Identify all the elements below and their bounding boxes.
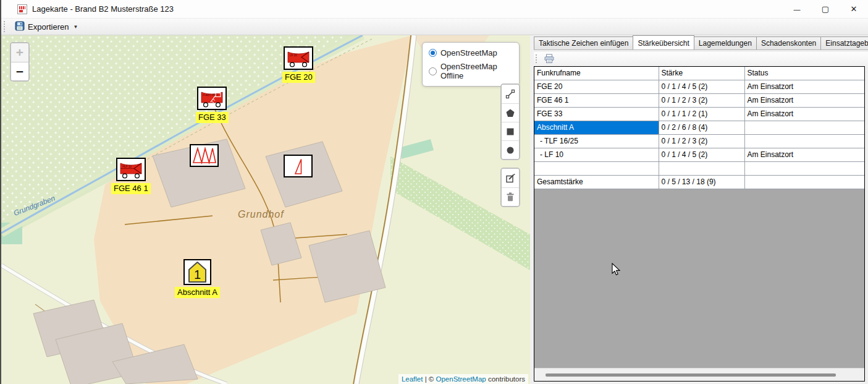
table-row[interactable]: FGE 46 1 0 / 1 / 2 / 3 (2) Am Einsatzort [534,93,864,107]
draw-toolbar [500,83,520,160]
save-icon [15,21,25,33]
map[interactable]: Grundhof Grundgraben LF 20 FGE 20 [1,35,530,384]
circle-icon [505,145,515,155]
fire-engine-icon: HLF 10 [116,158,146,181]
zoom-out-button[interactable]: − [11,62,28,80]
ladder-truck-icon: DLA(K) 23/12 [197,87,227,110]
map-zoom-control: + − [10,42,30,82]
export-label: Exportieren [28,22,69,32]
print-button[interactable] [542,53,557,65]
table-row-selected[interactable]: Abschnitt A 0 / 2 / 6 / 8 (4) [534,121,864,134]
printer-icon [544,54,555,64]
marker-label: FGE 20 [282,72,315,83]
marker-fge-33[interactable]: DLA(K) 23/12 FGE 33 [196,87,229,123]
main-toolbar: Exportieren ▼ [1,19,868,35]
toolbar-grip [4,21,7,32]
trash-icon [505,192,515,202]
leaflet-link[interactable]: Leaflet [402,375,423,383]
minimize-button[interactable]: — [783,0,811,18]
edit-toolbar [500,168,520,207]
marker-fge-46-1[interactable]: HLF 10 FGE 46 1 [111,158,151,194]
app-icon [17,4,27,14]
draw-circle-button[interactable] [502,140,519,159]
marker-fge-20[interactable]: LF 20 FGE 20 [282,46,315,83]
toolbar-grip [536,54,539,63]
marker-abschnitt-a[interactable]: 1 Abschnitt A [175,259,220,298]
polyline-icon [505,89,515,99]
table-row[interactable]: FGE 20 0 / 1 / 4 / 5 (2) Am Einsatzort [534,80,864,93]
section-icon: 1 [183,259,211,285]
polygon-icon [505,108,515,118]
table-header-row: Funkrufname Stärke Status [534,67,864,80]
edit-icon [505,173,516,184]
tab-lagemeldungen[interactable]: Lagemeldungen [694,36,757,49]
rectangle-icon [505,127,515,137]
svg-text:1: 1 [194,268,201,281]
edit-layers-button[interactable] [502,169,519,187]
horizontal-scrollbar[interactable] [534,368,864,381]
tab-taktische-zeichen[interactable]: Taktische Zeichen einfügen [534,36,633,49]
marker-label: Abschnitt A [175,287,220,298]
small-fire-icon [284,155,313,177]
close-button[interactable]: ✕ [840,0,868,18]
svg-text:HLF 10: HLF 10 [122,165,132,168]
marker-fire-small-symbol[interactable] [284,155,313,177]
layer-option-openstreetmap-offline[interactable]: OpenStreetMap Offline [429,62,513,80]
window-title: Lagekarte - Brand B2 Musterstraße 123 [32,4,174,14]
app-window: Lagekarte - Brand B2 Musterstraße 123 — … [0,0,868,384]
panel-toolbar [534,52,868,66]
export-dropdown-caret[interactable]: ▼ [73,24,78,30]
radio-selected-icon[interactable] [429,49,437,57]
scrollbar-thumb[interactable] [546,373,836,377]
map-attribution: Leaflet | © OpenStreetMap contributors [398,374,528,384]
export-button[interactable]: Exportieren ▼ [11,19,82,35]
table-row[interactable]: - TLF 16/25 0 / 1 / 2 / 3 (2) [534,134,864,148]
draw-polyline-button[interactable] [502,85,519,103]
tab-schadenskonten[interactable]: Schadenskonten [756,36,821,49]
layer-control: OpenStreetMap OpenStreetMap Offline [422,42,520,87]
table-row[interactable] [534,161,864,175]
svg-text:LF 20: LF 20 [290,54,297,57]
table-row[interactable]: FGE 33 0 / 1 / 1 / 2 (1) Am Einsatzort [534,107,864,121]
tab-strip: Taktische Zeichen einfügen Stärkeübersic… [534,36,868,50]
draw-polygon-button[interactable] [502,103,519,122]
fire-engine-icon: LF 20 [284,46,313,70]
map-tiles: Grundhof Grundgraben [1,35,530,384]
marker-fire-symbol[interactable] [190,144,219,167]
marker-label: FGE 33 [196,112,229,123]
maximize-button[interactable]: ▢ [811,0,840,18]
tab-staerkeuebersicht[interactable]: Stärkeübersicht [633,35,694,49]
column-status[interactable]: Status [744,67,864,80]
tab-einsatztagebuch[interactable]: Einsatztagebuch [820,36,868,49]
map-label-grundhof: Grundhof [238,209,284,220]
strength-table: Funkrufname Stärke Status FGE 20 0 / 1 /… [534,66,865,382]
column-staerke[interactable]: Stärke [659,67,744,80]
fire-icon [190,144,219,167]
right-panel: Taktische Zeichen einfügen Stärkeübersic… [533,35,868,384]
title-bar: Lagekarte - Brand B2 Musterstraße 123 — … [1,0,868,19]
draw-rectangle-button[interactable] [502,122,519,140]
column-funkrufname[interactable]: Funkrufname [534,67,659,80]
marker-label: FGE 46 1 [111,183,151,194]
table-row-total[interactable]: Gesamtstärke 0 / 5 / 13 / 18 (9) [534,175,864,189]
layer-option-openstreetmap[interactable]: OpenStreetMap [429,48,513,58]
delete-layers-button[interactable] [502,187,519,206]
zoom-in-button[interactable]: + [11,43,28,62]
osm-link[interactable]: OpenStreetMap [436,375,486,383]
radio-unselected-icon[interactable] [429,67,437,75]
table-row[interactable]: - LF 10 0 / 1 / 4 / 5 (2) Am Einsatzort [534,148,864,161]
svg-text:DLA(K) 23/12: DLA(K) 23/12 [203,93,218,96]
